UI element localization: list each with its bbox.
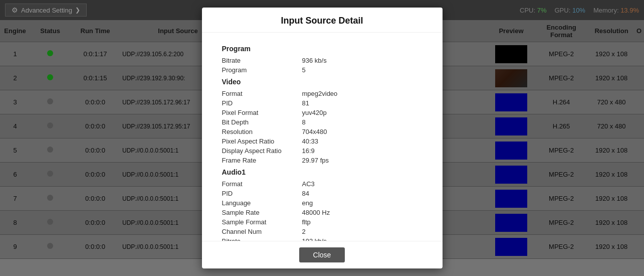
detail-key: PID	[222, 99, 302, 107]
detail-key: Frame Rate	[222, 157, 302, 164]
detail-key: Resolution	[222, 128, 302, 135]
detail-value: yuv420p	[302, 109, 327, 116]
detail-value: 84	[302, 190, 309, 197]
modal-title: Input Source Detail	[202, 8, 443, 33]
video-section-heading: Video	[222, 78, 422, 86]
detail-row: Sample Rate 48000 Hz	[222, 209, 422, 216]
detail-key: Language	[222, 199, 302, 207]
detail-value: 2	[302, 228, 306, 235]
detail-row: Pixel Format yuv420p	[222, 109, 422, 116]
program-section-heading: Program	[222, 45, 422, 53]
detail-value: 936 kb/s	[302, 57, 327, 64]
detail-key: Format	[222, 180, 302, 188]
detail-value: eng	[302, 199, 313, 207]
detail-row: Bitrate 192 kb/s	[222, 237, 422, 241]
detail-value: mpeg2video	[302, 90, 338, 97]
detail-row: Resolution 704x480	[222, 128, 422, 135]
detail-key: Program	[222, 66, 302, 74]
detail-key: Sample Rate	[222, 209, 302, 216]
detail-row: Format AC3	[222, 180, 422, 188]
detail-row: Program 5	[222, 66, 422, 74]
modal-overlay: Input Source Detail Program Bitrate 936 …	[0, 0, 644, 276]
modal-footer: Close	[202, 241, 443, 268]
detail-value: 192 kb/s	[302, 237, 327, 241]
detail-value: fltp	[302, 218, 311, 226]
detail-row: Bitrate 936 kb/s	[222, 57, 422, 64]
detail-key: Bitrate	[222, 237, 302, 241]
detail-value: AC3	[302, 180, 315, 188]
detail-row: Bit Depth 8	[222, 118, 422, 126]
detail-row: PID 81	[222, 99, 422, 107]
detail-key: Bit Depth	[222, 118, 302, 126]
detail-row: Display Aspect Ratio 16:9	[222, 147, 422, 155]
detail-key: Bitrate	[222, 57, 302, 64]
detail-row: Pixel Aspect Ratio 40:33	[222, 137, 422, 145]
detail-value: 16:9	[302, 147, 315, 155]
detail-key: Display Aspect Ratio	[222, 147, 302, 155]
detail-row: Channel Num 2	[222, 228, 422, 235]
detail-key: Channel Num	[222, 228, 302, 235]
detail-value: 81	[302, 99, 309, 107]
detail-key: Format	[222, 90, 302, 97]
detail-key: Pixel Format	[222, 109, 302, 116]
detail-value: 29.97 fps	[302, 157, 329, 164]
detail-key: PID	[222, 190, 302, 197]
audio1-section-heading: Audio1	[222, 168, 422, 176]
detail-value: 704x480	[302, 128, 327, 135]
detail-row: Language eng	[222, 199, 422, 207]
detail-row: Frame Rate 29.97 fps	[222, 157, 422, 164]
detail-row: PID 84	[222, 190, 422, 197]
detail-row: Sample Format fltp	[222, 218, 422, 226]
detail-value: 5	[302, 66, 306, 74]
close-button[interactable]: Close	[299, 247, 345, 262]
input-source-detail-modal: Input Source Detail Program Bitrate 936 …	[202, 8, 443, 268]
detail-key: Pixel Aspect Ratio	[222, 137, 302, 145]
detail-value: 48000 Hz	[302, 209, 330, 216]
detail-value: 40:33	[302, 137, 319, 145]
modal-body: Program Bitrate 936 kb/s Program 5 Video…	[202, 33, 443, 241]
audio1-fields: Format AC3 PID 84 Language eng Sample Ra…	[222, 180, 422, 241]
detail-key: Sample Format	[222, 218, 302, 226]
video-fields: Format mpeg2video PID 81 Pixel Format yu…	[222, 90, 422, 164]
program-fields: Bitrate 936 kb/s Program 5	[222, 57, 422, 74]
detail-value: 8	[302, 118, 306, 126]
detail-row: Format mpeg2video	[222, 90, 422, 97]
